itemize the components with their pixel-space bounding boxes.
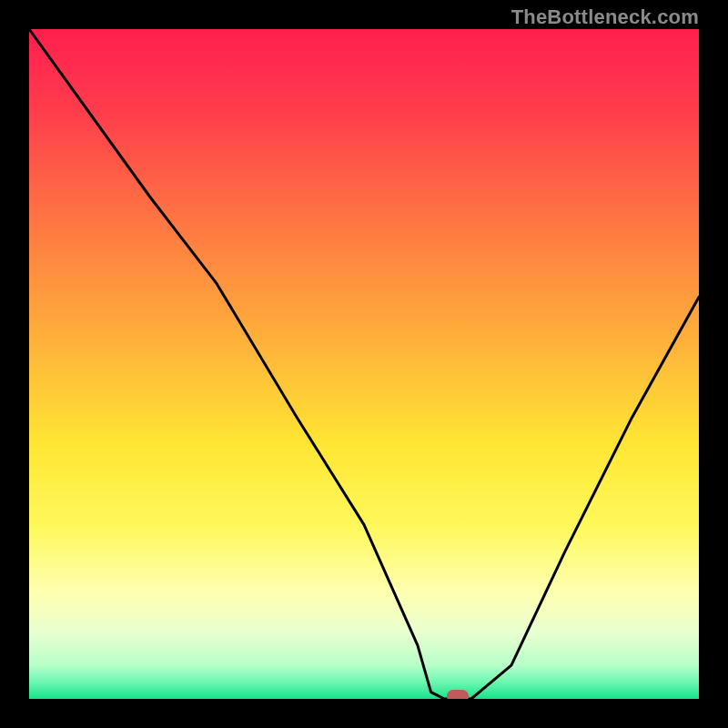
chart-plot-area (29, 29, 699, 699)
watermark-label: TheBottleneck.com (511, 5, 699, 29)
chart-background-gradient (29, 29, 699, 699)
chart-frame: TheBottleneck.com (0, 0, 728, 728)
optimal-marker (447, 690, 469, 699)
chart-svg (29, 29, 699, 699)
